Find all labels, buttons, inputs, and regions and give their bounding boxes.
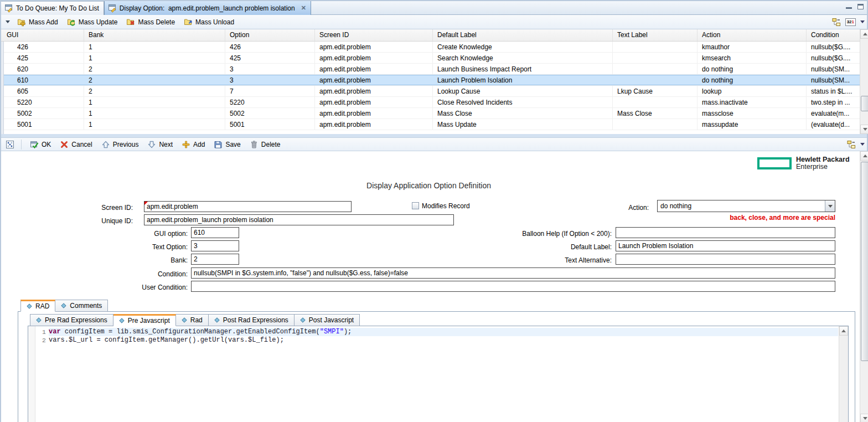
table-row[interactable]: 4261426apm.edit.problemCreate Knowledgek… [4, 42, 860, 53]
table-cell: do nothing [698, 75, 807, 85]
save-button[interactable]: Save [212, 139, 242, 150]
action-value: do nothing [658, 200, 825, 212]
table-row[interactable]: 500215002apm.edit.problemMass CloseMass … [4, 108, 860, 119]
combo-dropdown-button[interactable] [825, 200, 835, 212]
rad-notebook-tabs: RAD Comments [20, 300, 108, 312]
table-cell: apm.edit.problem [315, 42, 433, 52]
tree-view-icon[interactable] [832, 18, 841, 27]
delete-button[interactable]: Delete [248, 139, 282, 150]
table-scrollbar[interactable] [860, 29, 868, 134]
page-title: Display Application Option Definition [1, 181, 856, 190]
column-header-screen-id[interactable]: Screen ID [315, 29, 433, 41]
user-condition-field[interactable] [191, 281, 835, 292]
previous-button[interactable]: Previous [100, 139, 141, 150]
tab-rad-inner[interactable]: Rad [176, 314, 209, 326]
tab-todo-queue[interactable]: To Do Queue: My To Do List [1, 1, 104, 15]
tab-rad[interactable]: RAD [20, 300, 55, 312]
mass-update-button[interactable]: Mass Update [65, 17, 120, 28]
line-numbers: 12 [35, 328, 49, 344]
scrollbar-thumb[interactable] [861, 162, 868, 361]
table-cell: lookup [698, 86, 807, 96]
folder-unload-icon [184, 18, 193, 27]
screen-id-field[interactable] [144, 201, 352, 212]
scroll-down-icon[interactable] [860, 414, 868, 422]
javascript-editor[interactable]: 12 var configItem = lib.smis_Configurati… [28, 326, 848, 422]
diamond-icon [36, 317, 42, 323]
table-row[interactable]: 62023apm.edit.problemLaunch Business Imp… [4, 64, 860, 75]
table-row[interactable]: 4251425apm.edit.problemSearch Knowledgek… [4, 53, 860, 64]
toolbar-menu-chevron-icon[interactable] [6, 20, 10, 23]
ok-button[interactable]: OK [28, 139, 53, 150]
mass-unload-button[interactable]: Mass Unload [182, 17, 236, 28]
add-button[interactable]: Add [180, 139, 206, 150]
text-alternative-field[interactable] [616, 254, 835, 265]
detail-form: Hewlett Packard Enterprise Display Appli… [1, 151, 860, 422]
scroll-up-icon[interactable] [839, 326, 848, 336]
scroll-down-icon[interactable] [860, 125, 868, 134]
scrollbar-thumb[interactable] [861, 96, 868, 111]
editor-scrollbar[interactable] [839, 326, 848, 422]
column-header-gui[interactable]: GUI [1, 29, 84, 41]
table-cell: 5002 [4, 108, 84, 119]
table-cell [613, 119, 698, 130]
bank-field[interactable] [191, 254, 239, 265]
column-header-option[interactable]: Option [225, 29, 315, 41]
tree-view-icon[interactable] [847, 140, 856, 149]
code-line: vars.$L_url = configItem.getManager().ge… [49, 336, 838, 344]
folder-add-icon [17, 18, 26, 27]
table-row[interactable]: 60527apm.edit.problemLookup CauseLkup Ca… [4, 86, 860, 97]
table-cell: massupdate [698, 119, 807, 130]
diamond-icon [119, 318, 125, 323]
scroll-up-icon[interactable] [860, 151, 868, 161]
record-detail-icon[interactable] [6, 140, 14, 149]
column-header-condition[interactable]: Condition [807, 29, 860, 41]
table-cell: Launch Problem Isolation [433, 75, 613, 85]
unique-id-field[interactable] [144, 214, 454, 225]
detail-toolbar-right [847, 138, 865, 151]
mass-update-label: Mass Update [79, 18, 118, 26]
table-cell: Lkup Cause [613, 86, 698, 96]
maximize-icon[interactable] [857, 4, 864, 9]
modifies-record-checkbox[interactable] [412, 202, 419, 209]
code-lines[interactable]: var configItem = lib.smis_ConfigurationM… [49, 328, 838, 344]
diamond-icon [300, 317, 306, 323]
gui-option-field[interactable] [191, 227, 239, 238]
text-option-field[interactable] [191, 240, 239, 251]
cancel-button[interactable]: Cancel [58, 139, 94, 150]
tab-pre-javascript[interactable]: Pre Javascript [113, 314, 176, 326]
next-button[interactable]: Next [146, 139, 174, 150]
record-count-icon[interactable]: 321 [845, 18, 856, 26]
view-menu-chevron-icon[interactable] [860, 20, 865, 23]
tab-display-option[interactable]: Display Option: apm.edit.problem_launch … [104, 1, 311, 15]
form-scrollbar[interactable] [860, 151, 868, 422]
balloon-help-field[interactable] [616, 227, 835, 238]
close-tab-icon[interactable]: ✕ [301, 4, 306, 12]
modifies-record-label: Modifies Record [422, 202, 470, 210]
table-row[interactable]: 522015220apm.edit.problemClose Resolved … [4, 97, 860, 108]
column-header-default-label[interactable]: Default Label [433, 29, 613, 41]
action-combobox[interactable]: do nothing [657, 200, 835, 212]
annotation-ruler [28, 326, 35, 422]
scroll-up-icon[interactable] [860, 29, 868, 39]
balloon-help-label: Balloon Help (If Option < 200): [473, 228, 612, 239]
diamond-icon [27, 303, 32, 309]
tab-comments[interactable]: Comments [55, 300, 108, 312]
table-row[interactable]: 500115001apm.edit.problemMass Updatemass… [4, 119, 860, 130]
code-line: var configItem = lib.smis_ConfigurationM… [49, 328, 838, 336]
tab-post-javascript[interactable]: Post Javascript [294, 314, 360, 326]
minimize-icon[interactable] [846, 4, 852, 9]
tab-post-rad-expressions[interactable]: Post Rad Expressions [209, 314, 294, 326]
table-row[interactable]: 61023apm.edit.problemLaunch Problem Isol… [4, 75, 860, 86]
column-header-text-label[interactable]: Text Label [613, 29, 698, 41]
view-menu-chevron-icon[interactable] [860, 143, 865, 146]
mass-delete-button[interactable]: Mass Delete [125, 17, 177, 28]
default-label-field[interactable] [616, 240, 835, 251]
chevron-down-icon [828, 205, 833, 208]
mass-add-button[interactable]: Mass Add [16, 17, 60, 28]
column-header-action[interactable]: Action [698, 29, 807, 41]
condition-field[interactable] [191, 267, 835, 279]
table-cell: 620 [4, 64, 84, 74]
tab-pre-rad-expressions[interactable]: Pre Rad Expressions [30, 314, 113, 326]
table-cell: 1 [84, 119, 225, 130]
column-header-bank[interactable]: Bank [84, 29, 225, 41]
